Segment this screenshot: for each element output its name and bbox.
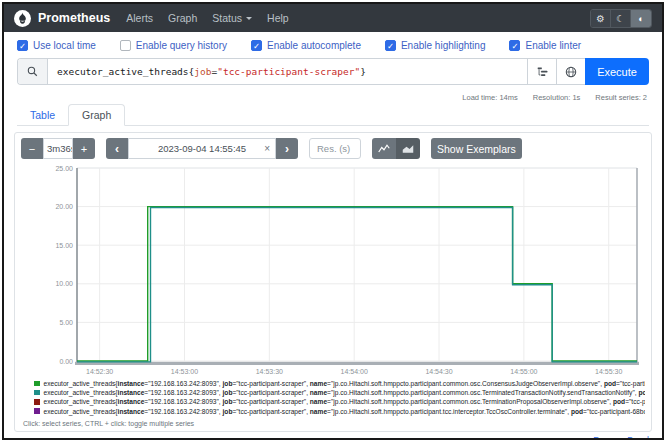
range-decrease-button[interactable]: − (21, 138, 43, 159)
tab-table[interactable]: Table (17, 105, 68, 125)
load-time: Load time: 14ms (462, 93, 517, 102)
caret-down-icon (246, 17, 252, 23)
metric-name: executor_active_threads (57, 66, 189, 77)
query-stats: Load time: 14ms Resolution: 1s Result se… (4, 90, 662, 102)
chevron-left-icon: ‹ (115, 142, 119, 156)
metrics-explorer-button[interactable] (556, 59, 585, 84)
query-input-group: executor_active_threads{job="tcc-partici… (17, 58, 585, 85)
checkbox-enable-highlighting[interactable]: Enable highlighting (385, 40, 486, 51)
series-color-swatch (34, 390, 40, 396)
svg-text:14:55:30: 14:55:30 (595, 368, 622, 375)
range-input[interactable]: 3m36s (43, 138, 73, 159)
checkbox-icon[interactable] (17, 40, 28, 51)
graph-panel: − 3m36s + ‹ 2023-09-04 14:55:45 × › Res.… (14, 132, 652, 432)
options-row: Use local time Enable query history Enab… (4, 32, 662, 55)
checkbox-enable-query-history[interactable]: Enable query history (120, 40, 227, 51)
remove-panel-row: Remove Panel (17, 435, 649, 440)
range-increase-button[interactable]: + (73, 138, 95, 159)
svg-text:14:54:00: 14:54:00 (341, 368, 368, 375)
time-series-chart[interactable]: 0.005.0010.0015.0020.0025.0014:52:3014:5… (21, 165, 664, 377)
checkbox-enable-linter[interactable]: Enable linter (509, 40, 581, 51)
legend-item[interactable]: executor_active_threads{instance="192.16… (34, 407, 645, 416)
series-label: executor_active_threads{instance="192.16… (44, 379, 646, 388)
stacked-chart-icon (402, 144, 414, 154)
nav-help[interactable]: Help (267, 12, 289, 24)
minus-icon: − (29, 143, 35, 155)
svg-text:20.00: 20.00 (55, 203, 73, 210)
chart-type-toggle (372, 138, 420, 159)
checkbox-label: Enable highlighting (401, 40, 486, 51)
tab-graph[interactable]: Graph (68, 104, 125, 126)
tree-view-icon (537, 66, 548, 77)
series-color-swatch (34, 408, 40, 414)
label-name: job (194, 66, 211, 77)
checkbox-label: Use local time (33, 40, 96, 51)
svg-text:14:55:00: 14:55:00 (510, 368, 537, 375)
svg-text:14:53:30: 14:53:30 (256, 368, 283, 375)
svg-text:14:52:30: 14:52:30 (86, 368, 113, 375)
flame-icon (17, 12, 28, 24)
series-label: executor_active_threads{instance="192.16… (44, 407, 646, 416)
time-back-button[interactable]: ‹ (106, 138, 128, 159)
query-expression-input[interactable]: executor_active_threads{job="tcc-partici… (48, 59, 527, 84)
clear-time-icon[interactable]: × (264, 143, 270, 154)
checkbox-icon[interactable] (251, 40, 262, 51)
svg-text:5.00: 5.00 (59, 319, 73, 326)
label-value: "tcc-participant-scraper" (217, 66, 360, 77)
chevron-right-icon: › (285, 142, 289, 156)
time-control: ‹ 2023-09-04 14:55:45 × › (106, 138, 298, 159)
prometheus-logo[interactable] (14, 10, 31, 27)
series-color-swatch (34, 381, 40, 387)
datetime-input[interactable]: 2023-09-04 14:55:45 × (128, 138, 276, 159)
legend-item[interactable]: executor_active_threads{instance="192.16… (34, 397, 645, 406)
svg-text:10.00: 10.00 (55, 280, 73, 287)
checkbox-icon[interactable] (385, 40, 396, 51)
legend-item[interactable]: executor_active_threads{instance="192.16… (34, 379, 645, 388)
result-series: Result series: 2 (595, 93, 647, 102)
nav-status[interactable]: Status (212, 12, 252, 24)
checkbox-enable-autocomplete[interactable]: Enable autocomplete (251, 40, 361, 51)
legend-help-note: Click: select series, CTRL + click: togg… (23, 420, 645, 427)
series-label: executor_active_threads{instance="192.16… (44, 388, 646, 397)
globe-icon (565, 66, 577, 78)
svg-text:0.00: 0.00 (59, 358, 73, 365)
time-forward-button[interactable]: › (276, 138, 298, 159)
navbar: Prometheus Alerts Graph Status Help ⚙ ☾ … (4, 4, 662, 32)
prometheus-window: Prometheus Alerts Graph Status Help ⚙ ☾ … (2, 2, 664, 440)
stacked-chart-button[interactable] (396, 138, 420, 159)
svg-text:25.00: 25.00 (55, 165, 73, 172)
nav-alerts[interactable]: Alerts (126, 12, 153, 24)
series-label: executor_active_threads{instance="192.16… (44, 397, 646, 406)
checkbox-use-local-time[interactable]: Use local time (17, 40, 96, 51)
checkbox-icon[interactable] (509, 40, 520, 51)
search-icon (18, 59, 48, 84)
moon-icon[interactable]: ☾ (611, 10, 631, 27)
gear-icon[interactable]: ⚙ (591, 10, 611, 27)
resolution-input[interactable]: Res. (s) (309, 138, 361, 159)
checkbox-icon[interactable] (120, 40, 131, 51)
checkbox-label: Enable autocomplete (267, 40, 361, 51)
checkbox-label: Enable query history (136, 40, 227, 51)
brand-title[interactable]: Prometheus (38, 11, 110, 25)
legend-item[interactable]: executor_active_threads{instance="192.16… (34, 388, 645, 397)
format-expression-button[interactable] (527, 59, 556, 84)
show-exemplars-button[interactable]: Show Exemplars (431, 138, 522, 159)
graph-toolbar: − 3m36s + ‹ 2023-09-04 14:55:45 × › Res.… (21, 138, 645, 159)
checkbox-label: Enable linter (525, 40, 581, 51)
remove-panel-link[interactable]: Remove Panel (593, 435, 649, 440)
execute-button[interactable]: Execute (585, 58, 649, 85)
nav-graph[interactable]: Graph (168, 12, 197, 24)
line-chart-icon (378, 144, 390, 154)
contrast-icon[interactable]: ◐ (631, 10, 651, 27)
theme-toggle-group: ⚙ ☾ ◐ (590, 9, 652, 28)
range-control: − 3m36s + (21, 138, 95, 159)
svg-text:14:54:30: 14:54:30 (425, 368, 452, 375)
chart-area[interactable]: 0.005.0010.0015.0020.0025.0014:52:3014:5… (21, 165, 645, 377)
resolution: Resolution: 1s (533, 93, 581, 102)
line-chart-button[interactable] (372, 138, 396, 159)
plus-icon: + (81, 143, 87, 155)
chart-legend: executor_active_threads{instance="192.16… (34, 379, 645, 416)
series-color-swatch (34, 399, 40, 405)
svg-text:14:53:00: 14:53:00 (171, 368, 198, 375)
query-row: executor_active_threads{job="tcc-partici… (17, 58, 649, 85)
